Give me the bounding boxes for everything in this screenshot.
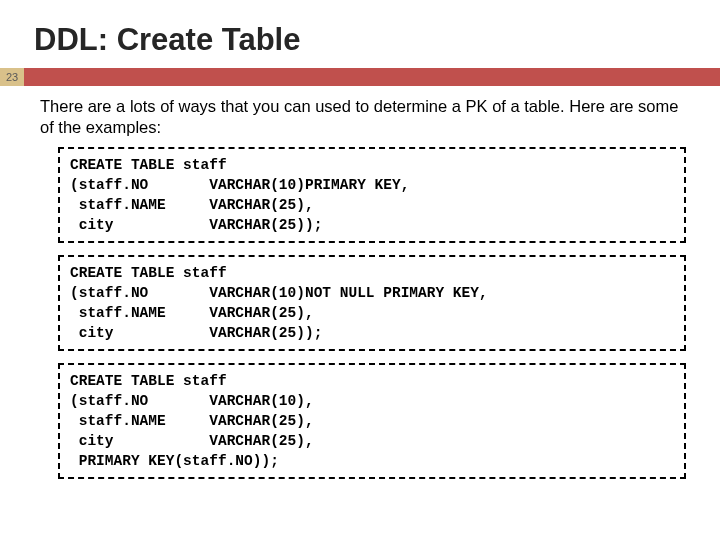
accent-bar: 23 [0, 68, 720, 86]
code-block: CREATE TABLE staff (staff.NO VARCHAR(10)… [58, 255, 686, 351]
page-number-badge: 23 [0, 68, 24, 86]
slide-title: DDL: Create Table [0, 0, 720, 68]
slide-content: There are a lots of ways that you can us… [0, 86, 720, 479]
intro-text: There are a lots of ways that you can us… [40, 96, 686, 137]
code-block: CREATE TABLE staff (staff.NO VARCHAR(10)… [58, 363, 686, 479]
code-block: CREATE TABLE staff (staff.NO VARCHAR(10)… [58, 147, 686, 243]
